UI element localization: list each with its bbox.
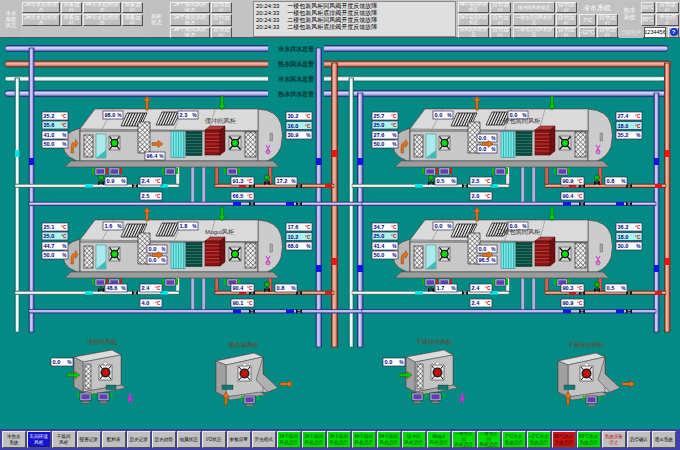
svg-text:%: % bbox=[447, 224, 452, 229]
svg-text:干燥段排风机: 干燥段排风机 bbox=[415, 338, 452, 345]
svg-text:25.0: 25.0 bbox=[374, 122, 385, 128]
svg-text:98.0: 98.0 bbox=[105, 112, 116, 118]
svg-text:90.3: 90.3 bbox=[563, 285, 574, 291]
svg-text:36.3: 36.3 bbox=[618, 224, 629, 230]
svg-text:°C: °C bbox=[577, 194, 583, 199]
svg-text:16.0: 16.0 bbox=[288, 123, 299, 129]
svg-text:50.0: 50.0 bbox=[44, 141, 55, 147]
svg-text:热水供水总管: 热水供水总管 bbox=[277, 90, 314, 98]
svg-text:17.6: 17.6 bbox=[288, 224, 299, 230]
svg-text:°C: °C bbox=[247, 179, 253, 184]
svg-text:°C: °C bbox=[635, 124, 641, 129]
svg-text:%: % bbox=[62, 244, 67, 249]
svg-text:°C: °C bbox=[635, 225, 641, 230]
svg-text:2.4: 2.4 bbox=[472, 300, 481, 306]
svg-text:25.0: 25.0 bbox=[374, 233, 385, 239]
svg-text:°C: °C bbox=[391, 225, 397, 230]
svg-text:2.4: 2.4 bbox=[142, 178, 151, 184]
svg-text:°C: °C bbox=[485, 179, 491, 184]
svg-text:%: % bbox=[491, 247, 496, 252]
svg-text:34.7: 34.7 bbox=[374, 224, 385, 230]
svg-text:25.7: 25.7 bbox=[374, 113, 385, 119]
svg-text:25.0: 25.0 bbox=[44, 233, 55, 239]
svg-text:%: % bbox=[621, 179, 626, 184]
svg-text:18.0: 18.0 bbox=[618, 123, 629, 129]
svg-text:4.0: 4.0 bbox=[142, 300, 150, 306]
svg-text:%: % bbox=[621, 286, 626, 291]
svg-text:%: % bbox=[451, 179, 456, 184]
svg-text:0.0: 0.0 bbox=[435, 223, 443, 229]
svg-text:%: % bbox=[447, 113, 452, 118]
svg-text:1.8: 1.8 bbox=[180, 223, 188, 229]
svg-text:0.9: 0.9 bbox=[107, 178, 115, 184]
svg-text:41.4: 41.4 bbox=[374, 243, 386, 249]
svg-text:%: % bbox=[62, 142, 67, 147]
svg-text:缓冲间风柜: 缓冲间风柜 bbox=[205, 117, 237, 125]
svg-text:2.4: 2.4 bbox=[472, 285, 481, 291]
svg-text:90.1: 90.1 bbox=[233, 300, 244, 306]
svg-text:10.2: 10.2 bbox=[288, 234, 299, 240]
svg-text:°C: °C bbox=[155, 179, 161, 184]
svg-text:二楼包装间风柜: 二楼包装间风柜 bbox=[497, 228, 541, 236]
svg-text:2.0: 2.0 bbox=[472, 193, 480, 199]
svg-text:0.5: 0.5 bbox=[437, 178, 445, 184]
svg-text:°C: °C bbox=[155, 301, 161, 306]
svg-text:25.2: 25.2 bbox=[44, 113, 55, 119]
svg-text:1.7: 1.7 bbox=[437, 285, 445, 291]
svg-text:热水回水总管: 热水回水总管 bbox=[277, 60, 314, 68]
svg-text:%: % bbox=[392, 253, 397, 258]
svg-text:90.4: 90.4 bbox=[563, 193, 575, 199]
svg-text:冷水回水总管: 冷水回水总管 bbox=[278, 75, 314, 83]
svg-text:0.0: 0.0 bbox=[435, 112, 443, 118]
svg-text:35.6: 35.6 bbox=[44, 122, 55, 128]
svg-text:°C: °C bbox=[635, 235, 641, 240]
svg-text:°C: °C bbox=[61, 225, 67, 230]
svg-text:%: % bbox=[636, 244, 641, 249]
svg-text:%: % bbox=[399, 360, 404, 365]
svg-text:96.4: 96.4 bbox=[147, 153, 159, 159]
svg-text:°C: °C bbox=[577, 286, 583, 291]
svg-text:%: % bbox=[121, 286, 126, 291]
svg-text:°C: °C bbox=[485, 301, 491, 306]
svg-text:°C: °C bbox=[305, 225, 311, 230]
svg-text:°C: °C bbox=[155, 286, 161, 291]
svg-text:%: % bbox=[491, 258, 496, 263]
svg-text:%: % bbox=[161, 258, 166, 263]
svg-text:0.0: 0.0 bbox=[53, 359, 61, 365]
svg-text:50.0: 50.0 bbox=[374, 141, 385, 147]
svg-text:17.2: 17.2 bbox=[277, 178, 288, 184]
svg-text:0.0: 0.0 bbox=[385, 359, 393, 365]
svg-text:°C: °C bbox=[247, 286, 253, 291]
svg-text:°C: °C bbox=[305, 114, 311, 119]
svg-text:%: % bbox=[121, 179, 126, 184]
svg-text:°C: °C bbox=[485, 286, 491, 291]
svg-text:2.4: 2.4 bbox=[142, 285, 151, 291]
svg-text:%: % bbox=[117, 224, 122, 229]
svg-text:%: % bbox=[491, 136, 496, 141]
svg-text:0.0: 0.0 bbox=[479, 135, 487, 141]
svg-text:°C: °C bbox=[635, 114, 641, 119]
svg-text:冷水供水总管: 冷水供水总管 bbox=[278, 45, 314, 53]
svg-text:90.9: 90.9 bbox=[563, 300, 574, 306]
svg-text:湿热段风机: 湿热段风机 bbox=[87, 338, 117, 346]
svg-text:2.5: 2.5 bbox=[472, 178, 480, 184]
svg-text:%: % bbox=[451, 286, 456, 291]
svg-text:41.0: 41.0 bbox=[44, 132, 55, 138]
svg-text:一楼包装间风柜: 一楼包装间风柜 bbox=[497, 117, 541, 125]
svg-text:°C: °C bbox=[577, 179, 583, 184]
svg-text:1.6: 1.6 bbox=[105, 223, 113, 229]
svg-text:%: % bbox=[192, 224, 197, 229]
svg-text:27.4: 27.4 bbox=[618, 113, 630, 119]
svg-text:0.0: 0.0 bbox=[149, 257, 157, 263]
svg-text:48.6: 48.6 bbox=[107, 285, 118, 291]
svg-text:90.4: 90.4 bbox=[233, 285, 245, 291]
svg-text:%: % bbox=[291, 286, 296, 291]
svg-text:96.5: 96.5 bbox=[479, 257, 490, 263]
svg-text:30.9: 30.9 bbox=[288, 132, 299, 138]
svg-text:0.0: 0.0 bbox=[479, 246, 487, 252]
svg-text:%: % bbox=[159, 154, 164, 159]
svg-text:30.0: 30.0 bbox=[618, 243, 629, 249]
svg-text:0.5: 0.5 bbox=[607, 285, 615, 291]
svg-text:°C: °C bbox=[391, 114, 397, 119]
svg-text:90.9: 90.9 bbox=[563, 178, 574, 184]
